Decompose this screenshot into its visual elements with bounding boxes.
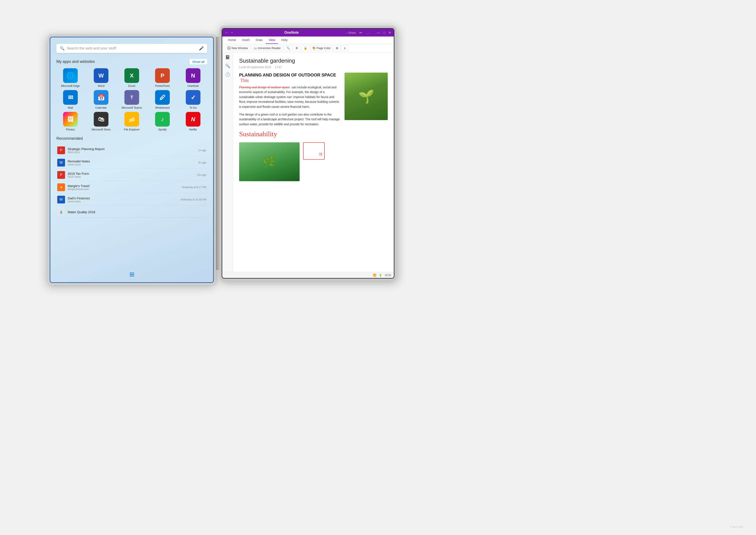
sidebar-search-icon[interactable]: 🔍 [225, 64, 230, 68]
list-item[interactable]: ✈ Margie's Travel Margiestravel.com Yest… [56, 182, 207, 193]
list-item[interactable]: W Dad's Finances Home docs Yesterday at … [56, 194, 207, 206]
recommended-title: Recommended [56, 136, 83, 141]
rec-details: Water Quality 2018 [68, 210, 206, 214]
tab-home[interactable]: Home [225, 37, 239, 44]
watermark: © Microsoft [730, 525, 743, 528]
tab-view[interactable]: View [266, 37, 278, 44]
tablet-left: 🔍 Search the web and your stuff! 🎤 My ap… [47, 35, 216, 285]
app-item-spotify[interactable]: ♪ Spotify [148, 112, 177, 131]
apps-section-title: My apps and websites [56, 59, 95, 64]
sidebar-history-icon[interactable]: 🕐 [225, 72, 230, 77]
water-icon: 💧 [57, 208, 65, 216]
note-image-garden [239, 142, 299, 181]
calendar-icon: 📅 [94, 90, 108, 105]
todo-icon: ✓ [186, 90, 201, 105]
windows-start-button[interactable]: ⊞ [129, 271, 134, 278]
list-item[interactable]: P 2019 Tax Form 2019 Taxes 12h ago [56, 169, 207, 181]
app-item-word[interactable]: W Word [87, 68, 115, 88]
list-item[interactable]: P Strategic Planning Report Work docs 1h… [56, 145, 207, 156]
mail-label: Mail [68, 106, 73, 109]
onenote-app: ← → OneNote ↑ Share ✏ … — □ ✕ [222, 29, 394, 278]
spotify-icon: ♪ [155, 112, 170, 127]
word-doc2-icon: W [57, 196, 65, 204]
crop-icon: ⌗ [319, 151, 322, 158]
rec-name: Strategic Planning Report [68, 147, 198, 151]
search-bar[interactable]: 🔍 Search the web and your stuff! 🎤 [56, 44, 207, 53]
powerpoint-label: PowerPoint [155, 84, 170, 88]
app-item-store[interactable]: 🛍 Microsoft Store [87, 112, 115, 131]
settings-button[interactable]: ⚙ [293, 45, 300, 51]
app-item-excel[interactable]: X Excel [118, 68, 146, 88]
red-arrow-icon: → [290, 150, 294, 154]
ribbon-actions: 🪟 New Window 📖 Immersive Reader 🔍 ⚙ 🔒 🎨 [222, 44, 394, 52]
search-icon: 🔍 [60, 46, 65, 51]
rec-sub: Work docs [68, 151, 198, 154]
back-button[interactable]: ← [225, 31, 228, 35]
edit-icon[interactable]: ✏ [359, 31, 362, 35]
list-item[interactable]: W Remodel Notes Home docs 5h ago [56, 157, 207, 168]
grid-button[interactable]: ⊞ [333, 45, 341, 51]
onenote-icon: N [186, 68, 201, 83]
titlebar: ← → OneNote ↑ Share ✏ … — □ ✕ [222, 29, 394, 37]
list-item[interactable]: 💧 Water Quality 2018 [56, 206, 207, 218]
photos-label: Photos [66, 128, 75, 131]
app-item-fileexplorer[interactable]: 📁 File Explorer [118, 112, 146, 131]
mail-icon: ✉ [63, 90, 78, 105]
left-screen-content: 🔍 Search the web and your stuff! 🎤 My ap… [50, 37, 213, 282]
tab-help[interactable]: Help [278, 37, 291, 44]
minimize-button[interactable]: — [377, 31, 380, 34]
immersive-reader-button[interactable]: 📖 Immersive Reader [251, 45, 283, 51]
recommended-list: P Strategic Planning Report Work docs 1h… [56, 145, 207, 218]
app-item-edge[interactable]: 🌐 Microsoft Edge [56, 68, 84, 88]
ribbon: Home Insert Draw View Help 🪟 New Window … [222, 37, 394, 52]
app-item-calendar[interactable]: 📅 Calendar [87, 90, 115, 109]
app-item-netflix[interactable]: N Netflix [179, 112, 207, 131]
search-input-placeholder: Search the web and your stuff! [67, 46, 199, 50]
new-window-button[interactable]: 🪟 New Window [225, 45, 250, 51]
rec-details: Margie's Travel Margiestravel.com [68, 184, 182, 191]
onenote-sidebar: 📓 🔍 🕐 [222, 52, 233, 272]
note-date: Lundi 30 septembre 2019 17:47 [239, 66, 388, 69]
strikethrough-text: Planning and design of outdoor space [239, 86, 290, 89]
excel-icon: X [125, 68, 139, 83]
forward-button[interactable]: → [230, 31, 234, 35]
app-item-powerpoint[interactable]: P PowerPoint [148, 68, 177, 88]
store-icon: 🛍 [94, 112, 108, 127]
wifi-icon: 📶 [373, 274, 376, 277]
close-button[interactable]: ✕ [389, 31, 391, 34]
app-grid: 🌐 Microsoft Edge W Word X Excel P PowerP… [56, 68, 207, 131]
app-item-onenote[interactable]: N OneNote [179, 68, 207, 88]
more-icon[interactable]: … [367, 31, 370, 35]
share-button[interactable]: ↑ Share [346, 31, 356, 34]
tablet-right-screen: ← → OneNote ↑ Share ✏ … — □ ✕ [222, 28, 394, 279]
maximize-button[interactable]: □ [383, 31, 385, 34]
microphone-icon[interactable]: 🎤 [199, 46, 204, 51]
app-item-whiteboard[interactable]: 🖊 Whiteboard [148, 90, 177, 109]
app-item-todo[interactable]: ✓ To Do [179, 90, 207, 109]
sidebar-notes-icon[interactable]: 📓 [225, 55, 230, 60]
word-icon: W [94, 68, 108, 83]
word-doc-icon: W [57, 159, 65, 166]
zoom-button[interactable]: 🔍 [284, 45, 292, 51]
rec-time: Yesterday at 8:17 PM [182, 186, 206, 189]
rec-name: Water Quality 2018 [68, 210, 206, 214]
tab-insert[interactable]: Insert [239, 37, 253, 44]
device-wrapper: 🔍 Search the web and your stuff! 🎤 My ap… [47, 26, 397, 285]
app-item-mail[interactable]: ✉ Mail [56, 90, 84, 109]
photos-icon: 🖼 [63, 112, 78, 127]
rec-name: Margie's Travel [68, 184, 182, 188]
collapse-button[interactable]: ∨ [342, 45, 349, 51]
show-all-button[interactable]: Show all [190, 59, 207, 64]
spotify-label: Spotify [158, 128, 167, 131]
handwriting-sustainability: Sustainability [239, 130, 388, 138]
app-item-teams[interactable]: T Microsoft Teams [118, 90, 146, 109]
pdf2-icon: P [57, 171, 65, 179]
titlebar-nav: ← → [225, 31, 234, 35]
lock-button[interactable]: 🔒 [301, 45, 310, 51]
netflix-icon: N [186, 112, 201, 127]
app-item-photos[interactable]: 🖼 Photos [56, 112, 84, 131]
tab-draw[interactable]: Draw [253, 37, 266, 44]
page-color-button[interactable]: 🎨 Page Color [310, 45, 333, 51]
teams-label: Microsoft Teams [122, 106, 142, 109]
page-color-icon: 🎨 [312, 46, 316, 50]
